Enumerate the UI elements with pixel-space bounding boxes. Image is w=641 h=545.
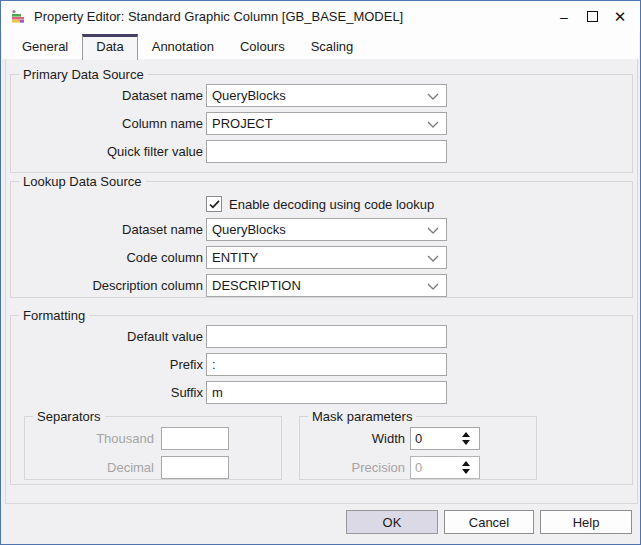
enable-decoding-row: Enable decoding using code lookup: [206, 194, 632, 214]
property-editor-dialog: Property Editor: Standard Graphic Column…: [0, 0, 641, 545]
spin-down-icon[interactable]: [462, 440, 470, 445]
lookup-data-source-group: Lookup Data Source Enable decoding using…: [10, 174, 633, 298]
column-name-label: Column name: [19, 116, 203, 131]
minimize-button[interactable]: –: [550, 3, 578, 31]
mask-parameters-group: Mask parameters Width 0 Precision: [299, 409, 537, 480]
prefix-label: Prefix: [19, 357, 203, 372]
window-title: Property Editor: Standard Graphic Column…: [34, 9, 403, 24]
quick-filter-row: Quick filter value: [19, 140, 632, 163]
combobox-value: QueryBlocks: [212, 88, 286, 103]
chevron-down-icon: [427, 227, 439, 235]
combobox-value: PROJECT: [212, 116, 273, 131]
suffix-row: Suffix m: [19, 381, 632, 404]
window-controls: – ✕: [550, 3, 634, 31]
width-label: Width: [308, 431, 405, 446]
tabstrip: General Data Annotation Colours Scaling: [2, 32, 639, 59]
chevron-down-icon: [427, 93, 439, 101]
suffix-label: Suffix: [19, 385, 203, 400]
decimal-row: Decimal: [33, 456, 281, 479]
maximize-button[interactable]: [578, 3, 606, 31]
dialog-buttons: OK Cancel Help: [346, 510, 632, 534]
code-column-row: Code column ENTITY: [19, 246, 632, 269]
description-column-combobox[interactable]: DESCRIPTION: [206, 274, 447, 297]
app-icon: [10, 9, 26, 25]
checkmark-icon: [209, 200, 220, 209]
thousand-label: Thousand: [33, 431, 154, 446]
separators-group: Separators Thousand Decimal: [24, 409, 282, 480]
dataset-name-label: Dataset name: [19, 88, 203, 103]
column-name-combobox[interactable]: PROJECT: [206, 112, 447, 135]
maximize-icon: [587, 11, 598, 22]
group-title: Formatting: [19, 308, 89, 323]
default-value-row: Default value: [19, 325, 632, 348]
decimal-label: Decimal: [33, 460, 154, 475]
chevron-down-icon: [427, 255, 439, 263]
default-value-label: Default value: [19, 329, 203, 344]
spinner-arrows: [462, 457, 470, 478]
spinner-value: 0: [415, 431, 422, 446]
chevron-down-icon: [427, 121, 439, 129]
spin-down-icon: [462, 469, 470, 474]
tab-general[interactable]: General: [9, 35, 81, 59]
chevron-down-icon: [427, 283, 439, 291]
tab-scaling[interactable]: Scaling: [298, 35, 367, 59]
default-value-input[interactable]: [206, 325, 447, 348]
lookup-dataset-combobox[interactable]: QueryBlocks: [206, 218, 447, 241]
precision-row: Precision 0: [308, 456, 536, 479]
group-title: Separators: [33, 409, 105, 424]
tab-annotation[interactable]: Annotation: [139, 35, 227, 59]
input-value: :: [212, 357, 216, 372]
precision-label: Precision: [308, 460, 405, 475]
combobox-value: ENTITY: [212, 250, 258, 265]
spinner-arrows: [462, 428, 470, 449]
thousand-row: Thousand: [33, 427, 281, 450]
spin-up-icon: [462, 461, 470, 466]
enable-decoding-checkbox[interactable]: [206, 196, 222, 212]
suffix-input[interactable]: m: [206, 381, 447, 404]
input-value: m: [212, 385, 223, 400]
lookup-dataset-row: Dataset name QueryBlocks: [19, 218, 632, 241]
width-row: Width 0: [308, 427, 536, 450]
group-title: Primary Data Source: [19, 67, 148, 82]
code-column-label: Code column: [19, 250, 203, 265]
lookup-dataset-label: Dataset name: [19, 222, 203, 237]
close-button[interactable]: ✕: [606, 3, 634, 31]
combobox-value: QueryBlocks: [212, 222, 286, 237]
decimal-input[interactable]: [161, 456, 229, 479]
group-title: Mask parameters: [308, 409, 416, 424]
prefix-input[interactable]: :: [206, 353, 447, 376]
minimize-icon: –: [560, 9, 568, 25]
group-title: Lookup Data Source: [19, 174, 146, 189]
tab-data[interactable]: Data: [82, 34, 137, 60]
titlebar: Property Editor: Standard Graphic Column…: [1, 1, 640, 32]
enable-decoding-label: Enable decoding using code lookup: [229, 197, 434, 212]
cancel-button[interactable]: Cancel: [444, 510, 534, 534]
precision-spinner: 0: [410, 456, 480, 479]
dataset-name-combobox[interactable]: QueryBlocks: [206, 84, 447, 107]
column-name-row: Column name PROJECT: [19, 112, 632, 135]
dataset-name-row: Dataset name QueryBlocks: [19, 84, 632, 107]
help-button[interactable]: Help: [540, 510, 632, 534]
data-tab-page: Primary Data Source Dataset name QueryBl…: [5, 58, 638, 504]
prefix-row: Prefix :: [19, 353, 632, 376]
formatting-group: Formatting Default value Prefix : Suffix…: [10, 308, 633, 485]
width-spinner[interactable]: 0: [410, 427, 480, 450]
tab-colours[interactable]: Colours: [227, 35, 298, 59]
spinner-value: 0: [415, 460, 422, 475]
code-column-combobox[interactable]: ENTITY: [206, 246, 447, 269]
quick-filter-input[interactable]: [206, 140, 447, 163]
quick-filter-label: Quick filter value: [19, 144, 203, 159]
formatting-sub-groups: Separators Thousand Decimal: [24, 409, 632, 480]
close-icon: ✕: [614, 8, 627, 26]
primary-data-source-group: Primary Data Source Dataset name QueryBl…: [10, 67, 633, 173]
spin-up-icon[interactable]: [462, 432, 470, 437]
description-column-label: Description column: [19, 278, 203, 293]
combobox-value: DESCRIPTION: [212, 278, 301, 293]
description-column-row: Description column DESCRIPTION: [19, 274, 632, 297]
thousand-input[interactable]: [161, 427, 229, 450]
ok-button[interactable]: OK: [346, 510, 438, 534]
